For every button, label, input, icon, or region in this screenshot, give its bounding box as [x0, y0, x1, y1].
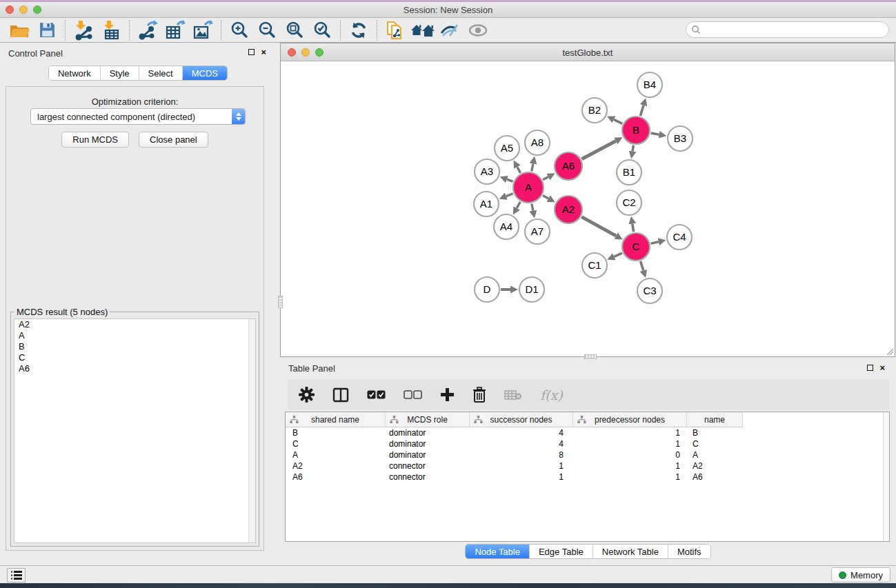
- zoom-in-button[interactable]: [226, 19, 253, 41]
- table-cell-shared_name[interactable]: C: [286, 439, 386, 449]
- panel-splitter-grip[interactable]: [278, 296, 283, 308]
- graph-edge-A2-C[interactable]: [581, 217, 616, 236]
- panel-splitter-grip[interactable]: [584, 354, 597, 359]
- graph-edge-A-A4[interactable]: [517, 202, 520, 208]
- manage-networks-button[interactable]: [381, 19, 409, 41]
- import-table-button[interactable]: [97, 19, 125, 41]
- tab-style[interactable]: Style: [100, 66, 139, 80]
- search-input[interactable]: [701, 25, 888, 34]
- zoom-out-button[interactable]: [253, 19, 281, 41]
- table-row[interactable]: A6connector11A6: [286, 472, 743, 483]
- home-layout-button[interactable]: [409, 19, 437, 41]
- mcds-result-list[interactable]: A2ABCA6: [14, 318, 256, 543]
- create-column-button[interactable]: [440, 385, 455, 405]
- result-item[interactable]: A2: [14, 319, 255, 330]
- graph-edge-A-A1[interactable]: [506, 194, 513, 196]
- import-network-button[interactable]: [70, 19, 97, 41]
- export-network-button[interactable]: [134, 19, 161, 41]
- run-mcds-button[interactable]: Run MCDS: [61, 132, 129, 148]
- float-panel-icon[interactable]: [867, 365, 873, 371]
- resize-grip-icon[interactable]: [886, 347, 894, 356]
- table-cell-successor_nodes[interactable]: 4: [470, 428, 573, 438]
- export-table-button[interactable]: [161, 19, 189, 41]
- result-item[interactable]: A6: [14, 363, 255, 374]
- save-session-button[interactable]: [33, 19, 61, 41]
- table-cell-successor_nodes[interactable]: 1: [470, 461, 573, 471]
- memory-button[interactable]: Memory: [831, 567, 890, 582]
- result-item[interactable]: B: [14, 341, 255, 352]
- zoom-selected-button[interactable]: [308, 19, 336, 41]
- task-history-button[interactable]: [7, 568, 26, 582]
- table-cell-name[interactable]: B: [687, 428, 743, 438]
- column-header[interactable]: shared name: [286, 412, 386, 427]
- tab-network[interactable]: Network: [49, 66, 100, 80]
- graph-edge-C-C4[interactable]: [650, 242, 658, 244]
- zoom-fit-button[interactable]: [281, 19, 308, 41]
- table-cell-successor_nodes[interactable]: 4: [470, 439, 573, 449]
- table-cell-shared_name[interactable]: A6: [286, 472, 386, 482]
- refresh-button[interactable]: [345, 19, 372, 41]
- toggle-column-view-button[interactable]: [332, 385, 349, 405]
- close-panel-icon[interactable]: ×: [261, 49, 266, 55]
- column-header[interactable]: name: [687, 412, 743, 427]
- tab-network-table[interactable]: Network Table: [593, 545, 668, 558]
- result-item[interactable]: A: [14, 330, 255, 341]
- network-window-titlebar[interactable]: testGlobe.txt: [281, 43, 895, 61]
- network-canvas[interactable]: B4B2BB3A8A5A6A3B1AA1C2A2A4A7C4CC1DD1C3: [281, 62, 895, 356]
- export-image-button[interactable]: [189, 19, 217, 41]
- table-cell-name[interactable]: A: [687, 450, 743, 460]
- table-cell-mcds_role[interactable]: connector: [386, 472, 470, 482]
- table-cell-mcds_role[interactable]: dominator: [386, 428, 470, 438]
- table-row[interactable]: Bdominator41B: [286, 427, 743, 438]
- table-cell-shared_name[interactable]: A2: [286, 461, 386, 471]
- select-all-columns-button[interactable]: [367, 385, 386, 405]
- graph-edge-B-B2[interactable]: [614, 119, 622, 123]
- table-settings-button[interactable]: [299, 385, 315, 405]
- table-row[interactable]: Adominator80A: [286, 449, 743, 460]
- table-cell-shared_name[interactable]: B: [286, 428, 386, 438]
- graph-edge-A-A6[interactable]: [543, 177, 548, 180]
- tab-motifs[interactable]: Motifs: [668, 545, 710, 558]
- table-cell-successor_nodes[interactable]: 1: [470, 472, 573, 482]
- table-cell-shared_name[interactable]: A: [286, 450, 386, 460]
- table-cell-predecessor_nodes[interactable]: 1: [573, 461, 687, 471]
- graph-edge-A-A5[interactable]: [517, 167, 521, 173]
- graph-edge-A-A7[interactable]: [532, 204, 533, 211]
- function-builder-button[interactable]: f(x): [540, 385, 563, 405]
- graph-edge-B-B4[interactable]: [640, 105, 644, 116]
- graph-edge-B-B1[interactable]: [633, 145, 633, 152]
- graph-edge-B-B3[interactable]: [651, 133, 659, 134]
- table-cell-predecessor_nodes[interactable]: 1: [573, 439, 687, 449]
- hide-annotations-button[interactable]: [437, 19, 464, 41]
- float-panel-icon[interactable]: [248, 49, 255, 55]
- tab-select[interactable]: Select: [139, 66, 182, 80]
- column-header[interactable]: predecessor nodes: [573, 412, 687, 427]
- table-row[interactable]: A2connector11A2: [286, 460, 743, 472]
- table-cell-name[interactable]: A6: [687, 472, 743, 482]
- table-cell-predecessor_nodes[interactable]: 0: [573, 450, 687, 460]
- table-cell-predecessor_nodes[interactable]: 1: [573, 428, 687, 438]
- graph-edge-A-A3[interactable]: [507, 179, 513, 181]
- close-panel-icon[interactable]: ×: [879, 365, 885, 371]
- graph-edge-C-C3[interactable]: [641, 261, 644, 270]
- delete-table-button[interactable]: [504, 385, 522, 405]
- result-item[interactable]: C: [14, 352, 255, 363]
- table-cell-successor_nodes[interactable]: 8: [470, 450, 573, 460]
- close-panel-button[interactable]: Close panel: [139, 132, 208, 148]
- table-row[interactable]: Cdominator41C: [286, 438, 743, 449]
- criterion-dropdown[interactable]: largest connected component (directed): [30, 108, 246, 125]
- column-header[interactable]: successor nodes: [470, 412, 573, 427]
- table-cell-mcds_role[interactable]: dominator: [386, 439, 470, 449]
- graph-edge-A-A8[interactable]: [532, 163, 533, 171]
- graph-edge-C-C1[interactable]: [614, 253, 622, 256]
- graph-edge-A-A2[interactable]: [543, 196, 548, 199]
- column-header[interactable]: MCDS role: [386, 412, 470, 427]
- table-cell-mcds_role[interactable]: dominator: [386, 450, 470, 460]
- table-cell-predecessor_nodes[interactable]: 1: [573, 472, 687, 482]
- toolbar-search[interactable]: [686, 21, 889, 38]
- open-session-button[interactable]: [6, 19, 33, 41]
- deselect-all-columns-button[interactable]: [404, 385, 422, 405]
- delete-column-button[interactable]: [472, 385, 486, 405]
- graph-edge-C-C2[interactable]: [633, 224, 634, 232]
- tab-node-table[interactable]: Node Table: [466, 545, 529, 558]
